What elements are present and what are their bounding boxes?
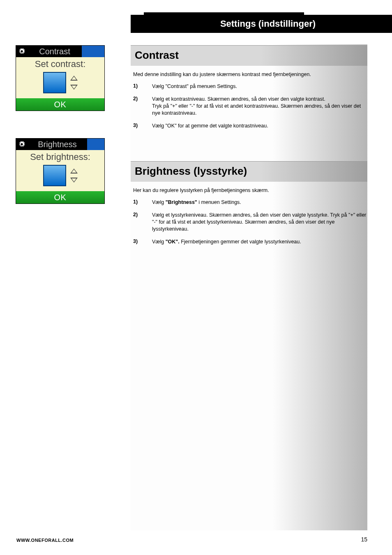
device-header-accent — [82, 46, 104, 57]
bold-text: "Brightness" — [166, 199, 197, 205]
device-header-label: Contrast — [28, 46, 82, 57]
increase-arrow-icon[interactable] — [70, 169, 78, 173]
decrease-arrow-icon[interactable] — [70, 85, 78, 90]
step-row: 1) Vælg "Brightness" i menuen Settings. — [131, 199, 367, 206]
text: Vælg — [152, 239, 166, 245]
brightness-device-screenshot: Brightness Set brightness: OK — [16, 138, 105, 204]
decrease-arrow-icon[interactable] — [70, 178, 78, 183]
step-text: Vælg "Brightness" i menuen Settings. — [152, 199, 367, 206]
section-heading: Contrast — [131, 45, 367, 66]
gear-icon — [16, 46, 28, 57]
page-number: 15 — [361, 536, 367, 543]
text: i menuen Settings. — [197, 199, 241, 205]
device-header-label: Brightness — [28, 139, 87, 150]
section-heading: Brightness (lysstyrke) — [131, 161, 367, 182]
step-row: 2) Vælg et kontrastniveau. Skærmen ændre… — [131, 96, 367, 117]
banner-title: Settings (indstillinger) — [131, 18, 392, 29]
section-title: Brightness (lysstyrke) — [135, 165, 363, 178]
device-body: Set brightness: — [16, 150, 104, 191]
step-list: 1) Vælg "Brightness" i menuen Settings. … — [131, 199, 367, 245]
brightness-level-control — [16, 165, 104, 186]
step-number: 2) — [133, 96, 142, 117]
page-footer: WWW.ONEFORALL.COM 15 — [16, 536, 367, 543]
section-title: Contrast — [135, 49, 363, 62]
step-text: Vælg "OK". Fjernbetjeningen gemmer det v… — [152, 238, 367, 245]
brightness-swatch — [43, 165, 66, 186]
contrast-level-control — [16, 72, 104, 93]
step-text: Vælg et lysstyrkeniveau. Skærmen ændres,… — [152, 212, 367, 233]
step-text: Vælg "Contrast" på menuen Settings. — [152, 83, 367, 90]
contrast-swatch — [43, 72, 66, 93]
text: Fjernbetjeningen gemmer det valgte lysst… — [180, 239, 301, 245]
text: Vælg — [152, 199, 166, 205]
device-header-accent — [87, 139, 104, 150]
step-text: Vælg "OK" for at gemme det valgte kontra… — [152, 123, 367, 130]
device-caption: Set contrast: — [16, 59, 104, 69]
device-header: Contrast — [16, 46, 104, 57]
footer-url: WWW.ONEFORALL.COM — [16, 538, 74, 543]
step-number: 3) — [133, 123, 142, 130]
section-intro: Her kan du regulere lysstyrken på fjernb… — [133, 187, 367, 193]
gear-icon — [16, 139, 28, 150]
step-text: Vælg et kontrastniveau. Skærmen ændres, … — [152, 96, 367, 117]
contrast-section: Contrast Med denne indstilling kan du ju… — [131, 45, 367, 135]
bold-text: "OK". — [166, 239, 180, 245]
step-number: 3) — [133, 238, 142, 245]
step-number: 2) — [133, 212, 142, 233]
step-list: 1) Vælg "Contrast" på menuen Settings. 2… — [131, 83, 367, 129]
step-number: 1) — [133, 83, 142, 90]
step-row: 3) Vælg "OK". Fjernbetjeningen gemmer de… — [131, 238, 367, 245]
step-row: 3) Vælg "OK" for at gemme det valgte kon… — [131, 123, 367, 130]
step-row: 1) Vælg "Contrast" på menuen Settings. — [131, 83, 367, 90]
device-caption: Set brightness: — [16, 152, 104, 162]
ok-button[interactable]: OK — [16, 191, 104, 204]
increase-arrow-icon[interactable] — [70, 76, 78, 81]
brightness-section: Brightness (lysstyrke) Her kan du regule… — [131, 161, 367, 251]
step-row: 2) Vælg et lysstyrkeniveau. Skærmen ændr… — [131, 212, 367, 233]
contrast-device-screenshot: Contrast Set contrast: OK — [16, 45, 105, 111]
step-number: 1) — [133, 199, 142, 206]
device-body: Set contrast: — [16, 57, 104, 98]
device-header: Brightness — [16, 139, 104, 150]
page-banner: Settings (indstillinger) — [131, 15, 392, 33]
ok-button[interactable]: OK — [16, 98, 104, 111]
section-intro: Med denne indstilling kan du justere skæ… — [133, 72, 367, 77]
